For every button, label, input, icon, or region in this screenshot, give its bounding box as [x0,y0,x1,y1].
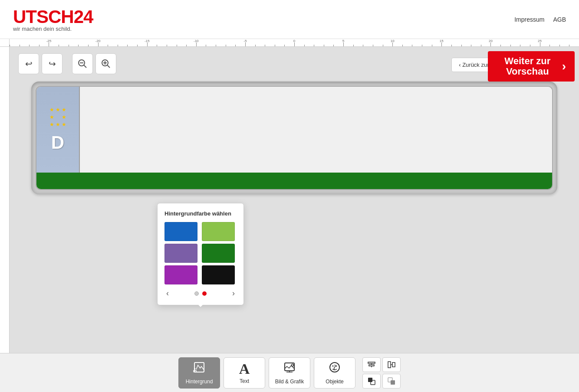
license-plate-wrapper: ★ ★ ★ ★ ★ ★ ★ ★ D [31,82,557,194]
bild-label: Bild & Grafik [275,379,304,385]
star-1: ★ [49,107,54,113]
star-3: ★ [62,107,66,113]
color-grid [164,222,237,284]
align-horizontal-button[interactable] [382,357,401,372]
plate-content[interactable] [80,87,552,173]
header-links: Impressum AGB [514,16,566,23]
svg-point-14 [336,366,337,367]
main-toolbar: ↩ ↪ [18,53,116,74]
color-swatch-3[interactable] [202,244,235,263]
ruler-left: 2015105-5-10 [0,47,10,353]
weiter-arrow-icon: › [562,60,566,73]
svg-rect-22 [368,378,372,382]
ruler-top: -25-20-15-10-50510152025 [0,39,579,47]
agb-link[interactable]: AGB [553,16,566,23]
canvas-area: 2015105-5-10 ↩ ↪ [0,47,579,353]
svg-rect-25 [391,380,395,385]
impressum-link[interactable]: Impressum [514,16,544,23]
ruler-label: -10 [194,39,199,43]
color-swatch-5[interactable] [202,265,235,284]
star-4: ★ [49,114,54,120]
ruler-tick [147,42,148,47]
ruler-label: -15 [145,39,150,43]
ruler-tick [294,42,295,47]
align-vertical-button[interactable] [362,357,381,372]
bottom-toolbar: Hintergrund A Text Bild & Grafik [0,353,579,392]
ruler-tick [245,42,246,47]
color-next-button[interactable]: › [230,289,237,298]
ruler-tick [343,42,344,47]
color-dot-1[interactable] [202,291,207,296]
text-label: Text [240,378,249,384]
zoom-in-icon [101,59,111,69]
svg-rect-21 [392,363,395,367]
color-swatch-0[interactable] [164,222,197,241]
ruler-tick [98,42,99,47]
plate-bottom-strip [36,173,552,189]
ruler-label: 0 [293,39,295,43]
logo-sub: wir machen dein schild. [13,26,93,32]
svg-rect-19 [388,362,391,368]
ruler-top-marks: -25-20-15-10-50510152025 [10,39,579,47]
star-5 [56,114,60,120]
ruler-corner [0,39,10,47]
objekte-icon [328,361,341,377]
zoom-in-button[interactable] [95,53,116,74]
ruler-tick [49,42,49,47]
text-icon: A [239,362,250,376]
layer-back-button[interactable] [362,374,381,389]
star-7: ★ [49,121,54,127]
ruler-tick [490,42,491,47]
plate-eu-strip: ★ ★ ★ ★ ★ ★ ★ ★ D [36,87,80,173]
ruler-label: -20 [95,39,101,43]
objekte-label: Objekte [326,379,343,385]
right-tools [362,357,401,389]
hintergrund-label: Hintergrund [186,379,213,385]
color-picker-title: Hintergrundfarbe wählen [164,210,237,217]
ruler-label: -25 [46,39,52,43]
eu-country-letter: D [51,132,64,153]
redo-button[interactable]: ↪ [42,53,63,74]
tool-objekte-button[interactable]: Objekte [314,357,355,389]
license-plate: ★ ★ ★ ★ ★ ★ ★ ★ D [36,86,553,190]
svg-line-4 [108,65,110,68]
ruler-label: 10 [391,39,395,43]
svg-point-13 [332,366,334,367]
ruler-label: 25 [538,39,542,43]
ruler-tick [540,42,540,47]
color-dots [194,291,207,296]
weiter-label: Weiter zur Vorschau [497,56,559,77]
ruler-label: 20 [489,39,493,43]
zoom-out-button[interactable] [72,53,93,74]
star-9: ★ [62,121,66,127]
star-6: ★ [62,114,66,120]
eu-stars: ★ ★ ★ ★ ★ ★ ★ ★ [49,107,66,127]
star-8: ★ [56,121,60,127]
tool-hintergrund-button[interactable]: Hintergrund [178,357,220,389]
bild-icon [283,361,296,377]
star-2: ★ [56,107,60,113]
zoom-out-icon [78,59,87,69]
color-swatch-2[interactable] [164,244,197,263]
tool-text-button[interactable]: A Text [224,357,265,389]
ruler-label: 5 [342,39,344,43]
ruler-tick [392,42,393,47]
logo-area: UTSCH24 wir machen dein schild. [13,7,93,32]
ruler-label: -5 [243,39,247,43]
header: UTSCH24 wir machen dein schild. Impressu… [0,0,579,39]
color-swatch-4[interactable] [164,265,197,284]
svg-point-11 [292,364,294,366]
weiter-button[interactable]: Weiter zur Vorschau › [488,51,575,82]
layer-front-button[interactable] [382,374,401,389]
canvas-workspace: ↩ ↪ Zurück zum Shop [10,47,579,353]
color-prev-button[interactable]: ‹ [164,289,171,298]
undo-button[interactable]: ↩ [18,53,39,74]
color-swatch-1[interactable] [202,222,235,241]
hintergrund-icon [193,361,206,377]
color-picker-popup: Hintergrundfarbe wählen ‹ › [157,203,244,305]
svg-line-1 [84,65,87,68]
svg-rect-17 [369,365,374,366]
color-dot-0[interactable] [194,291,199,296]
plate-main: ★ ★ ★ ★ ★ ★ ★ ★ D [36,87,552,173]
tool-bild-button[interactable]: Bild & Grafik [269,357,310,389]
